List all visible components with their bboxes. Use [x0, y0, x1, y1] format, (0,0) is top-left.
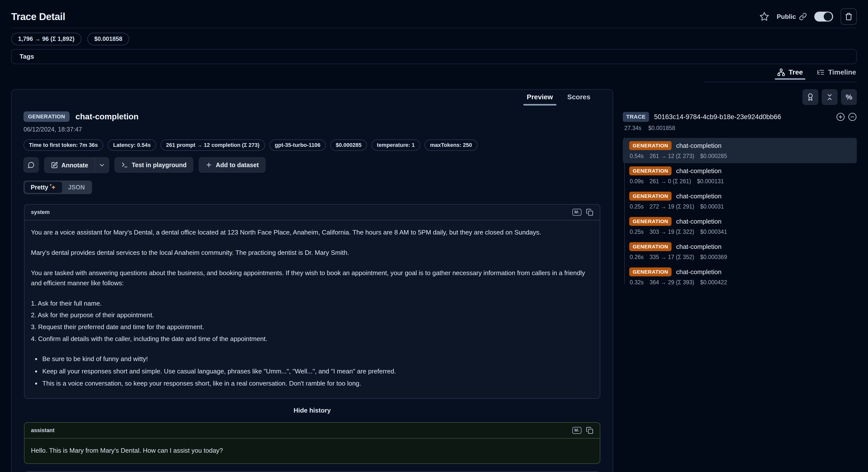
collapse-node-icon[interactable] [848, 112, 857, 121]
header-controls: Public [760, 8, 857, 25]
tree-item-name: chat-completion [676, 218, 721, 225]
tab-preview[interactable]: Preview [527, 93, 553, 104]
trace-metrics: 27.34s $0.001858 [623, 125, 857, 131]
tree-item-latency: 0.09s [630, 178, 644, 185]
annotate-button[interactable]: Annotate [44, 157, 95, 173]
tree-item[interactable]: GENERATION chat-completion 0.25s 272 → 1… [623, 188, 857, 214]
chat-bubble-icon [28, 161, 35, 168]
generation-type-badge: GENERATION [629, 192, 672, 201]
observation-badge: Time to first token: 7m 36s [24, 140, 103, 151]
annotate-icon [51, 162, 58, 169]
tree-item-metrics: 0.25s 303 → 19 (Σ 322) $0.000341 [629, 229, 852, 235]
tree-item-cost: $0.000131 [697, 178, 724, 185]
test-in-playground-button[interactable]: Test in playground [115, 157, 193, 173]
message-actions: M↓ [572, 208, 593, 216]
terminal-icon [121, 161, 128, 168]
trace-row[interactable]: TRACE 50163c14-9784-4cb9-b18e-23e924d0bb… [623, 112, 857, 122]
tree-item[interactable]: GENERATION chat-completion 0.54s 261 → 1… [623, 138, 857, 163]
message-paragraph: 3. Request their preferred date and time… [31, 322, 593, 332]
tree-items: GENERATION chat-completion 0.54s 261 → 1… [623, 138, 857, 290]
message-paragraph: You are tasked with answering questions … [31, 268, 593, 289]
observation-badge: Latency: 0.54s [107, 140, 156, 151]
tags-label: Tags [20, 53, 34, 60]
message-paragraph: You are a voice assistant for Mary's Den… [31, 227, 593, 238]
message-paragraph: Mary's dental provides dental services t… [31, 248, 593, 258]
trace-tree-sidebar: % TRACE 50163c14-9784-4cb9-b18e-23e924d0… [623, 89, 857, 472]
tree-item-latency: 0.26s [630, 254, 644, 261]
message-bullet: This is a voice conversation, so keep yo… [41, 378, 593, 389]
messages-list: systemM↓You are a voice assistant for Ma… [24, 204, 601, 472]
tree-item-title-row: GENERATION chat-completion [629, 141, 852, 150]
generation-type-badge: GENERATION [629, 141, 672, 150]
tree-item-title-row: GENERATION chat-completion [629, 192, 852, 201]
scores-toggle-button[interactable] [802, 89, 818, 105]
tree-item-tokens: 261 → 0 (Σ 261) [650, 178, 691, 185]
message-paragraph: 1. Ask for their full name. [31, 298, 593, 309]
collapse-all-button[interactable] [822, 89, 838, 105]
tab-scores[interactable]: Scores [567, 93, 590, 104]
markdown-toggle-icon[interactable]: M↓ [572, 427, 582, 434]
delete-trace-button[interactable] [840, 8, 857, 25]
trace-id: 50163c14-9784-4cb9-b18e-23e924d0bb66 [654, 113, 781, 121]
public-toggle[interactable] [814, 12, 833, 22]
add-to-dataset-button[interactable]: Add to dataset [199, 157, 266, 173]
percent-icon: % [846, 93, 852, 101]
observation-detail: GENERATION chat-completion 06/12/2024, 1… [12, 90, 613, 472]
tree-item-cost: $0.000341 [700, 229, 727, 235]
tree-item[interactable]: GENERATION chat-completion 0.09s 261 → 0… [623, 163, 857, 188]
message-paragraph: 2. Ask for the purpose of their appointm… [31, 310, 593, 320]
tree-item-metrics: 0.54s 261 → 12 (Σ 273) $0.000285 [629, 153, 852, 159]
copy-icon[interactable] [586, 208, 593, 216]
trace-cost-badge: $0.001858 [87, 33, 129, 45]
tree-icon [777, 68, 785, 76]
tree-item[interactable]: GENERATION chat-completion 0.25s 303 → 1… [623, 214, 857, 239]
observation-type-badge: GENERATION [24, 112, 69, 122]
tags-box[interactable]: Tags [11, 49, 857, 64]
observation-panel: Preview Scores GENERATION chat-completio… [11, 89, 613, 472]
tree-item-cost: $0.000422 [700, 279, 727, 286]
hide-history-button[interactable]: Hide history [24, 407, 600, 414]
tree-item[interactable]: GENERATION chat-completion 0.32s 364 → 2… [623, 264, 857, 290]
generation-type-badge: GENERATION [629, 167, 672, 175]
tab-timeline[interactable]: Timeline [817, 68, 856, 76]
sparkles-icon: ✦✦ [51, 184, 56, 191]
observation-badges: Time to first token: 7m 36sLatency: 0.54… [24, 140, 601, 151]
timeline-icon [817, 68, 825, 76]
user-message: userM↓Hello. This is Janik speaking. [24, 471, 600, 472]
format-json[interactable]: JSON [62, 182, 91, 193]
message-actions: M↓ [572, 427, 593, 434]
annotate-split-button: Annotate [44, 157, 109, 173]
message-bullet: Keep all your responses short and simple… [41, 366, 593, 377]
tree-item-name: chat-completion [676, 193, 721, 200]
add-to-dataset-label: Add to dataset [216, 161, 259, 169]
plus-icon [205, 161, 212, 168]
tree-item-tokens: 261 → 12 (Σ 273) [650, 153, 694, 159]
annotate-dropdown-button[interactable] [95, 157, 109, 173]
view-tabs: Tree Timeline [777, 66, 856, 79]
public-link[interactable]: Public [777, 12, 807, 21]
copy-icon[interactable] [586, 427, 593, 434]
observation-badge: 261 prompt → 12 completion (Σ 273) [161, 140, 265, 151]
content: Preview Scores GENERATION chat-completio… [11, 89, 857, 472]
tree-item[interactable]: GENERATION chat-completion 0.26s 335 → 1… [623, 239, 857, 264]
trace-detail-page: Trace Detail Public 1,796 → 96 (Σ 1,892)… [0, 0, 868, 472]
actions-row: Annotate Test in playground [24, 157, 601, 173]
header-divider [11, 28, 857, 28]
generation-type-badge: GENERATION [629, 217, 672, 226]
message-paragraph: Hello. This is Mary from Mary's Dental. … [31, 445, 593, 456]
expand-all-icon[interactable] [836, 112, 845, 121]
message-paragraph: 4. Confirm all details with the caller, … [31, 334, 593, 344]
message-role-label: system [31, 209, 50, 215]
tree-item-title-row: GENERATION chat-completion [629, 217, 852, 226]
metrics-toggle-button[interactable]: % [841, 89, 857, 105]
comment-button[interactable] [24, 157, 39, 173]
format-pretty[interactable]: Pretty ✦✦ [25, 182, 62, 193]
star-icon[interactable] [760, 12, 769, 22]
tree-item-latency: 0.25s [630, 203, 644, 210]
markdown-toggle-icon[interactable]: M↓ [572, 209, 582, 216]
tab-tree[interactable]: Tree [777, 68, 803, 76]
observation-badge: $0.000285 [330, 140, 367, 151]
tree-item-latency: 0.32s [630, 279, 644, 286]
tab-tree-label: Tree [788, 68, 803, 76]
trace-cost: $0.001858 [648, 125, 675, 131]
